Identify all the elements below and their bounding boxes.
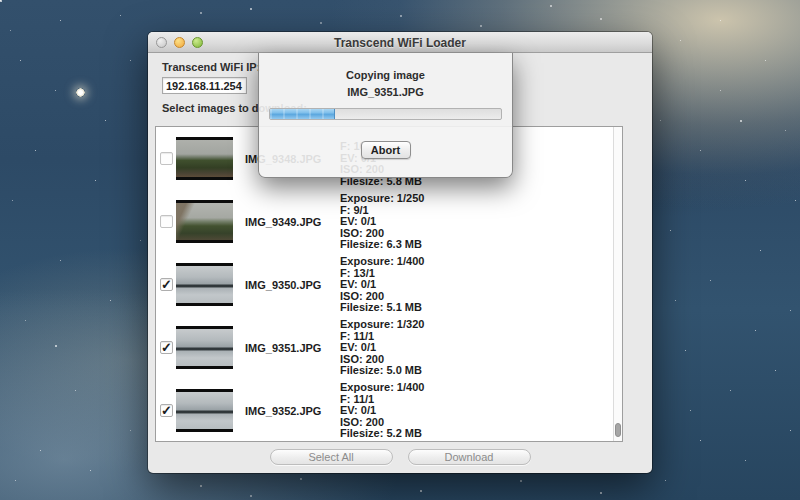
image-filename: IMG_9351.JPG [245,342,321,354]
image-checkbox[interactable] [160,215,173,228]
exif-line: Exposure: 1/400 [340,256,424,268]
scrollbar-thumb[interactable] [615,423,621,437]
image-exif-block: Exposure: 1/250F: 9/1EV: 0/1ISO: 200File… [340,193,424,251]
image-thumbnail [176,263,233,306]
bottom-toolbar: Select All Download [148,449,652,465]
exif-line: Filesize: 5.0 MB [340,365,424,377]
copying-dialog: Copying image IMG_9351.JPG Abort [258,53,513,178]
image-row: ✓ IMG_9351.JPG Exposure: 1/320F: 11/1EV:… [156,316,622,379]
image-row: ✓ IMG_9350.JPG Exposure: 1/400F: 13/1EV:… [156,253,622,316]
window-titlebar[interactable]: Transcend WiFi Loader [148,32,652,53]
bright-star-decoration [76,88,85,97]
image-filename: IMG_9350.JPG [245,279,321,291]
exif-line: Filesize: 5.1 MB [340,302,424,314]
image-filename: IMG_9352.JPG [245,405,321,417]
image-exif-block: Exposure: 1/320F: 11/1EV: 0/1ISO: 200Fil… [340,319,424,377]
exif-line: EV: 0/1 [340,405,424,417]
exif-line: EV: 0/1 [340,342,424,354]
dialog-title: Copying image [259,69,512,81]
desktop-wallpaper: Transcend WiFi Loader Transcend WiFi IP:… [0,0,800,500]
image-row: ✓ IMG_9352.JPG Exposure: 1/400F: 11/1EV:… [156,379,622,442]
exif-line: EV: 0/1 [340,216,424,228]
abort-button[interactable]: Abort [361,141,411,159]
progress-fill [270,109,335,119]
image-thumbnail [176,326,233,369]
exif-line: EV: 0/1 [340,279,424,291]
app-window: Transcend WiFi Loader Transcend WiFi IP:… [148,32,652,473]
exif-line: Exposure: 1/400 [340,382,424,394]
scrollbar-track[interactable] [613,127,622,441]
image-thumbnail [176,200,233,243]
image-checkbox[interactable]: ✓ [160,278,173,291]
select-all-button[interactable]: Select All [270,449,393,465]
exif-line: Filesize: 6.3 MB [340,239,424,251]
image-checkbox[interactable] [160,152,173,165]
stars-decoration [0,0,2,2]
dialog-filename: IMG_9351.JPG [259,86,512,98]
image-checkbox[interactable]: ✓ [160,341,173,354]
download-button[interactable]: Download [408,449,531,465]
image-thumbnail [176,389,233,432]
image-checkbox[interactable]: ✓ [160,404,173,417]
exif-line: Exposure: 1/250 [340,193,424,205]
ip-label: Transcend WiFi IP: [162,61,260,73]
image-exif-block: Exposure: 1/400F: 11/1EV: 0/1ISO: 200Fil… [340,382,424,440]
progress-bar [269,108,502,120]
image-exif-block: Exposure: 1/400F: 13/1EV: 0/1ISO: 200Fil… [340,256,424,314]
window-title: Transcend WiFi Loader [148,36,652,50]
image-thumbnail [176,137,233,180]
image-row: IMG_9349.JPG Exposure: 1/250F: 9/1EV: 0/… [156,190,622,253]
ip-input[interactable] [162,77,247,94]
image-filename: IMG_9349.JPG [245,216,321,228]
exif-line: Exposure: 1/320 [340,319,424,331]
exif-line: Filesize: 5.2 MB [340,428,424,440]
